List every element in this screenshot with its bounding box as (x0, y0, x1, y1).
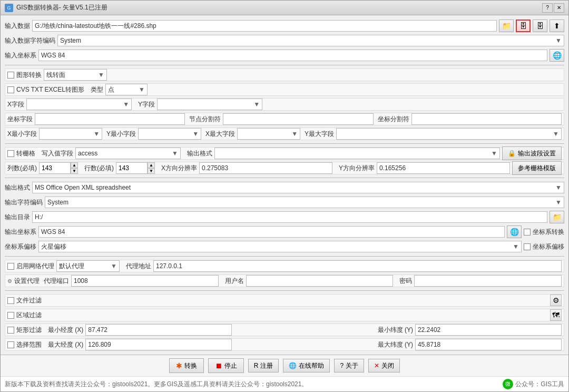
online-help-label: 在线帮助 (299, 361, 324, 370)
xmax-input[interactable] (85, 339, 232, 350)
x-res-input[interactable] (199, 162, 332, 174)
ymin-field-combo[interactable]: ▼ (138, 128, 201, 140)
xmin-input[interactable] (85, 324, 232, 336)
x-field-combo[interactable]: ▼ (26, 99, 132, 110)
username-input[interactable] (246, 275, 394, 287)
xmin-field-combo[interactable]: ▼ (39, 128, 102, 140)
register-button[interactable]: R 注册 (248, 359, 279, 373)
encoding-combo[interactable]: System UTF-8 GBK ▼ (57, 35, 564, 46)
rows-spin-buttons: ▲ ▼ (148, 162, 155, 174)
ymax-field-label: Y最大字段 (305, 130, 334, 139)
output-format-select[interactable]: MS Office Open XML spreadsheet (35, 182, 562, 193)
port-label: 代理端口 (44, 277, 69, 286)
region-filter-checkbox[interactable] (7, 312, 14, 319)
stop-label: 停止 (224, 361, 237, 370)
network-proxy-checkbox[interactable] (7, 263, 14, 270)
region-filter-settings-button[interactable]: 🗺 (550, 309, 562, 321)
y-field-combo[interactable]: ▼ (157, 99, 262, 110)
output-format-label: 输出格式 (5, 183, 30, 192)
about-label: 关于 (346, 361, 358, 370)
convert-button[interactable]: ✱ 转换 (169, 358, 204, 373)
coord-offset-checkbox[interactable] (524, 243, 531, 250)
raster-checkbox[interactable] (7, 150, 14, 157)
output-format-combo[interactable]: MS Office Open XML spreadsheet ▼ (32, 182, 564, 193)
proxy-settings-row: ⚙ 设置代理 代理端口 用户名 密码 (5, 275, 564, 287)
main-content: 输入数据 G:/地铁/china-latestout地铁一一线#286.shp … (1, 15, 568, 355)
close-button[interactable]: ✕ (554, 3, 564, 13)
xmax-label: 最大经度 (X) (48, 340, 83, 349)
rows-down-button[interactable]: ▼ (148, 168, 155, 174)
port-input[interactable] (71, 275, 219, 287)
rect-filter-checkbox[interactable] (7, 327, 14, 334)
ref-template-button[interactable]: 参考栅格模版 (512, 161, 562, 175)
coord-system-field[interactable] (38, 50, 547, 61)
shape-convert-combo[interactable]: 线转面 ▼ (44, 69, 107, 81)
ymax-field-combo[interactable]: ▼ (336, 128, 562, 140)
csv-type-select[interactable]: 点 (108, 84, 145, 95)
close-btn[interactable]: ✕ 关闭 (368, 359, 400, 373)
cols-down-button[interactable]: ▼ (71, 168, 78, 174)
output-coord-input[interactable] (38, 226, 505, 238)
db-button1[interactable]: 🗄 (516, 19, 531, 32)
coord-offset-check-label: 坐标系偏移 (533, 242, 564, 251)
footer: 新版本下载及资料查找请关注公众号：gistools2021。更多GIS及遥感工具… (1, 376, 568, 391)
ymax-input[interactable] (415, 339, 562, 350)
csv-type-combo[interactable]: 点 ▼ (105, 84, 148, 95)
help-button[interactable]: ? (542, 3, 553, 13)
region-filter-row: 区域过滤 🗺 (5, 309, 564, 321)
output-coord-browse-button[interactable]: 🌐 (507, 226, 522, 238)
input-data-field[interactable]: G:/地铁/china-latestout地铁一一线#286.shp (32, 20, 497, 32)
raster-row1: 转栅格 写入值字段 access ▼ 输出格式 ▼ 🔒 输出波段设置 (5, 147, 564, 160)
csv-convert-checkbox[interactable] (7, 86, 14, 93)
footer-text: 新版本下载及资料查找请关注公众号：gistools2021。更多GIS及遥感工具… (5, 380, 308, 389)
raster-output-format-combo[interactable]: ▼ (214, 148, 500, 159)
output-encoding-combo[interactable]: System UTF-8 ▼ (45, 197, 564, 208)
shape-convert-checkbox[interactable] (7, 72, 14, 79)
db-button2[interactable]: 🗄 (533, 19, 547, 32)
xy-fields-row: X字段 ▼ Y字段 ▼ (5, 98, 564, 111)
coord-offset-combo[interactable]: 火星偏移 ▼ (38, 241, 522, 252)
coord-sep-label: 坐标分割符 (378, 115, 409, 124)
proxy-addr-input[interactable] (153, 260, 562, 272)
x-field-label: X字段 (7, 100, 24, 109)
ymin-field-label: Y最小字段 (106, 130, 136, 139)
convert-star-icon: ✱ (176, 361, 182, 370)
coord-system-browse-button[interactable]: 🌐 (550, 49, 564, 62)
output-encoding-row: 输出字符编码 System UTF-8 ▼ (5, 196, 564, 209)
xmax-field-combo[interactable]: ▼ (237, 128, 300, 140)
output-encoding-select[interactable]: System UTF-8 (47, 197, 562, 208)
coord-sep-input[interactable] (411, 113, 562, 125)
write-field-combo[interactable]: access ▼ (75, 148, 181, 159)
open-file-button[interactable]: 📁 (499, 19, 514, 32)
stop-button[interactable]: ⏹ 停止 (208, 358, 244, 373)
cols-up-button[interactable]: ▲ (71, 162, 78, 168)
coord-convert-checkbox[interactable] (524, 229, 531, 236)
online-help-icon: 🌐 (289, 362, 297, 369)
coord-offset-row: 坐标系偏移 火星偏移 ▼ 坐标系偏移 (5, 240, 564, 253)
layer-button[interactable]: ⬆ (550, 19, 564, 32)
node-sep-input[interactable] (223, 113, 373, 125)
rows-input[interactable] (116, 162, 148, 174)
y-field-label: Y字段 (138, 100, 155, 109)
footer-logo-text: 公众号：GIS工具 (515, 380, 564, 389)
encoding-select[interactable]: System UTF-8 GBK (60, 35, 562, 46)
default-proxy-combo[interactable]: 默认代理 ▼ (56, 260, 120, 272)
shape-convert-select[interactable]: 线转面 (46, 70, 104, 80)
select-range-checkbox[interactable] (7, 341, 14, 348)
rows-up-button[interactable]: ▲ (148, 162, 155, 168)
cols-input[interactable] (39, 162, 71, 174)
coord-field-input[interactable] (35, 113, 185, 125)
bottom-bar: ✱ 转换 ⏹ 停止 R 注册 🌐 在线帮助 ? 关于 ✕ 关闭 (1, 355, 568, 376)
ymin-input[interactable] (415, 324, 562, 336)
output-band-settings-button[interactable]: 🔒 输出波段设置 (502, 146, 562, 160)
output-encoding-label: 输出字符编码 (5, 198, 43, 207)
online-help-button[interactable]: 🌐 在线帮助 (283, 359, 330, 373)
file-filter-checkbox[interactable] (7, 297, 14, 304)
output-dir-browse-button[interactable]: 📁 (550, 211, 564, 223)
password-input[interactable] (414, 275, 562, 287)
raster-row2: 列数(必填) ▲ ▼ 行数(必填) ▲ ▼ X方向分辨率 Y方向分辨率 (5, 162, 564, 174)
file-filter-settings-button[interactable]: ⚙ (550, 295, 562, 306)
about-button[interactable]: ? 关于 (334, 359, 364, 373)
output-dir-input[interactable] (32, 211, 547, 223)
y-res-input[interactable] (377, 162, 510, 174)
